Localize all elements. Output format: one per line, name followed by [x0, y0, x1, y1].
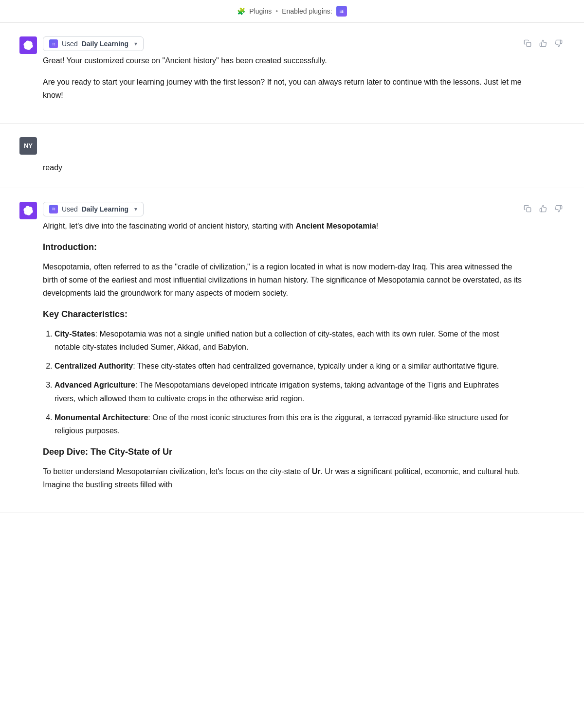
gpt-message-2-actions — [522, 202, 565, 218]
key-characteristics-heading: Key Characteristics: — [43, 307, 522, 321]
gpt-message-2-intro: Alright, let's dive into the fascinating… — [43, 219, 522, 232]
copy-icon-1[interactable] — [522, 36, 533, 53]
plugin-badge-1[interactable]: ≋ Used Daily Learning ▾ — [43, 36, 144, 51]
enabled-plugin-icon: ≋ — [336, 6, 347, 17]
ancient-mesopotamia-bold: Ancient Mesopotamia — [295, 222, 376, 230]
user-message-1: NY ready — [0, 124, 584, 188]
advanced-agriculture-bold: Advanced Agriculture — [55, 381, 135, 389]
user-message-1-text: ready — [43, 163, 62, 172]
plugin-badge-chevron-1: ▾ — [134, 40, 137, 47]
gpt-message-1-content: Great! Your customized course on "Ancien… — [19, 54, 522, 102]
gpt-message-2: ≋ Used Daily Learning ▾ Alright, let's d… — [0, 188, 584, 514]
svg-rect-1 — [527, 208, 531, 212]
plugin-badge-name-2: Daily Learning — [82, 205, 128, 213]
list-item-2: Centralized Authority: These city-states… — [55, 359, 522, 373]
plugin-badge-icon-1: ≋ — [49, 39, 58, 48]
monumental-architecture-bold: Monumental Architecture — [55, 413, 148, 422]
puzzle-icon: 🧩 — [237, 6, 245, 17]
list-item-3: Advanced Agriculture: The Mesopotamians … — [55, 378, 522, 405]
top-bar: 🧩 Plugins • Enabled plugins: ≋ — [0, 0, 584, 23]
thumbdown-icon-2[interactable] — [553, 202, 565, 218]
user-avatar-1: NY — [19, 137, 37, 155]
deep-dive-heading: Deep Dive: The City-State of Ur — [43, 445, 522, 459]
gpt-message-1-para-1: Great! Your customized course on "Ancien… — [43, 54, 522, 67]
ur-bold: Ur — [312, 467, 321, 476]
enabled-plugins-label: Enabled plugins: — [282, 6, 332, 17]
plugin-badge-chevron-2: ▾ — [134, 206, 137, 213]
plugin-badge-used-2: Used — [62, 205, 78, 213]
thumbdown-icon-1[interactable] — [553, 36, 565, 53]
list-item-1: City-States: Mesopotamia was not a singl… — [55, 327, 522, 354]
city-states-bold: City-States — [55, 330, 95, 338]
gpt-message-1-para-2: Are you ready to start your learning jou… — [43, 75, 522, 102]
key-characteristics-list: City-States: Mesopotamia was not a singl… — [43, 327, 522, 437]
centralized-authority-bold: Centralized Authority — [55, 362, 133, 370]
deep-dive-para: To better understand Mesopotamian civili… — [43, 465, 522, 491]
list-item-4: Monumental Architecture: One of the most… — [55, 411, 522, 437]
user-message-1-header: NY — [19, 137, 565, 155]
plugin-badge-name-1: Daily Learning — [82, 40, 128, 48]
introduction-heading: Introduction: — [43, 240, 522, 254]
gpt-message-2-content: Alright, let's dive into the fascinating… — [19, 219, 522, 492]
gpt-message-1: ≋ Used Daily Learning ▾ Great! Your cust… — [0, 23, 584, 124]
gpt-avatar-1 — [19, 36, 37, 54]
gpt-avatar-2 — [19, 202, 37, 219]
dot-separator: • — [275, 6, 278, 17]
plugins-label: Plugins — [249, 6, 272, 17]
svg-rect-0 — [527, 42, 531, 47]
thumbup-icon-2[interactable] — [537, 202, 549, 218]
introduction-para: Mesopotamia, often referred to as the "c… — [43, 260, 522, 300]
user-message-1-content: ready — [19, 161, 565, 174]
plugin-badge-2[interactable]: ≋ Used Daily Learning ▾ — [43, 202, 144, 216]
gpt-message-1-actions — [522, 36, 565, 53]
thumbup-icon-1[interactable] — [537, 36, 549, 53]
copy-icon-2[interactable] — [522, 202, 533, 218]
plugin-badge-icon-2: ≋ — [49, 205, 58, 213]
plugin-badge-used-1: Used — [62, 40, 78, 48]
